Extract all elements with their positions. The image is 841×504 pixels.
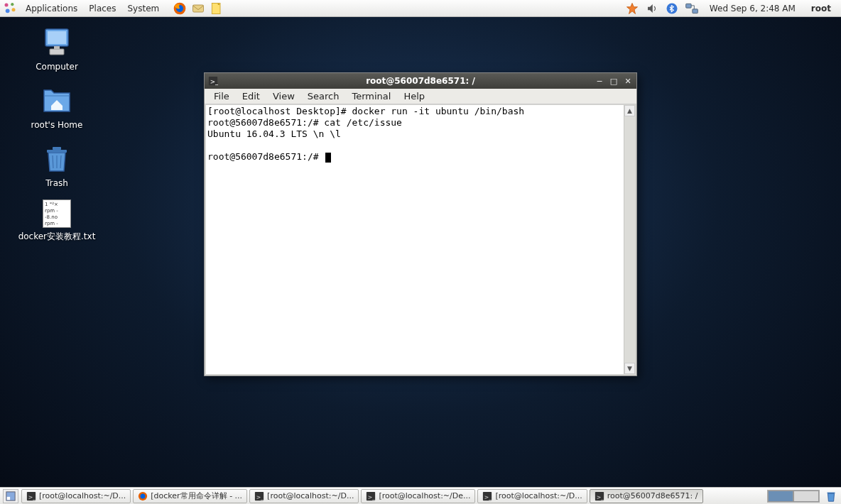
taskbar-item-label: root@56007d8e6571: / bbox=[607, 491, 698, 500]
svg-rect-14 bbox=[50, 49, 64, 55]
terminal-menubar: File Edit View Search Terminal Help bbox=[205, 89, 636, 104]
taskbar-item-label: [root@localhost:~/D... bbox=[495, 491, 582, 500]
taskbar-item[interactable]: >_[root@localhost:~/D... bbox=[21, 489, 131, 503]
svg-point-3 bbox=[6, 9, 10, 13]
svg-rect-13 bbox=[48, 31, 66, 44]
user-menu[interactable]: root bbox=[804, 4, 838, 13]
taskbar-item-label: [root@localhost:~/D... bbox=[39, 491, 126, 500]
window-title: root@56007d8e6571: / bbox=[205, 76, 636, 86]
terminal-window-icon: >_ bbox=[208, 76, 218, 86]
taskbar-item[interactable]: >_[root@localhost:~/D... bbox=[477, 489, 587, 503]
terminal-icon: >_ bbox=[254, 491, 264, 501]
svg-point-2 bbox=[12, 8, 16, 11]
svg-text:>_: >_ bbox=[596, 493, 604, 500]
svg-rect-11 bbox=[693, 9, 698, 13]
bluetooth-icon[interactable] bbox=[663, 0, 680, 17]
taskbar-item-label: [docker常用命令详解 - ... bbox=[151, 491, 242, 501]
view-menu[interactable]: View bbox=[266, 89, 301, 103]
svg-point-0 bbox=[5, 3, 9, 6]
scrollbar[interactable]: ▲ ▼ bbox=[624, 105, 635, 374]
titlebar[interactable]: >_ root@56007d8e6571: / ─ □ ✕ bbox=[205, 73, 636, 89]
applications-menu[interactable]: Applications bbox=[20, 1, 83, 16]
scroll-down-icon[interactable]: ▼ bbox=[624, 363, 635, 374]
places-menu[interactable]: Places bbox=[83, 1, 121, 16]
svg-text:>_: >_ bbox=[368, 493, 376, 500]
firefox-icon[interactable] bbox=[171, 0, 188, 17]
file-menu[interactable]: File bbox=[207, 89, 236, 103]
terminal-window: >_ root@56007d8e6571: / ─ □ ✕ File Edit … bbox=[204, 72, 637, 376]
computer-icon[interactable]: Computer bbox=[14, 25, 99, 72]
minimize-button[interactable]: ─ bbox=[594, 76, 605, 86]
svg-marker-8 bbox=[626, 3, 637, 13]
svg-point-28 bbox=[141, 493, 146, 498]
svg-rect-10 bbox=[686, 4, 692, 8]
svg-text:>_: >_ bbox=[210, 78, 218, 85]
workspace-1[interactable] bbox=[768, 491, 793, 502]
terminal-icon: >_ bbox=[482, 491, 492, 501]
show-desktop-button[interactable] bbox=[3, 489, 18, 503]
home-folder-icon[interactable]: root's Home bbox=[14, 83, 99, 130]
trash-icon[interactable]: Trash bbox=[14, 141, 99, 188]
notes-icon[interactable] bbox=[208, 0, 225, 17]
desktop-icons: Computer root's Home Trash 1 °²× rpm - -… bbox=[14, 25, 99, 254]
maximize-button[interactable]: □ bbox=[608, 76, 619, 86]
volume-icon[interactable] bbox=[644, 0, 661, 17]
svg-point-1 bbox=[11, 3, 13, 6]
cursor bbox=[325, 153, 331, 163]
text-file-icon[interactable]: 1 °²× rpm - -8.no rpm - docker安装教程.txt bbox=[14, 199, 99, 243]
clock[interactable]: Wed Sep 6, 2:48 AM bbox=[702, 4, 803, 13]
text-file-label: docker安装教程.txt bbox=[18, 231, 96, 243]
svg-rect-17 bbox=[53, 147, 61, 150]
edit-menu[interactable]: Edit bbox=[236, 89, 266, 103]
computer-label: Computer bbox=[36, 62, 78, 72]
taskbar-item[interactable]: >_[root@localhost:~/D... bbox=[249, 489, 359, 503]
search-menu[interactable]: Search bbox=[301, 89, 346, 103]
panel-trash-icon[interactable] bbox=[824, 489, 838, 503]
taskbar-item[interactable]: >_root@56007d8e6571: / bbox=[590, 489, 703, 503]
text-file-preview: 1 °²× rpm - -8.no rpm - bbox=[43, 199, 71, 228]
svg-rect-6 bbox=[193, 5, 204, 12]
svg-rect-24 bbox=[7, 496, 10, 499]
svg-rect-15 bbox=[54, 46, 60, 49]
evolution-icon[interactable] bbox=[190, 0, 207, 17]
terminal-icon: >_ bbox=[26, 491, 36, 501]
terminal-icon: >_ bbox=[595, 491, 604, 501]
bottom-panel: >_[root@localhost:~/D...[docker常用命令详解 - … bbox=[0, 487, 841, 504]
taskbar-item[interactable]: >_[root@localhost:~/De... bbox=[361, 489, 475, 503]
terminal-menu[interactable]: Terminal bbox=[345, 89, 397, 103]
svg-text:>_: >_ bbox=[256, 493, 264, 500]
gnome-foot-icon bbox=[3, 1, 17, 16]
home-label: root's Home bbox=[31, 120, 83, 130]
scroll-track[interactable] bbox=[624, 116, 635, 363]
network-icon[interactable] bbox=[683, 0, 700, 17]
system-menu[interactable]: System bbox=[121, 1, 165, 16]
taskbar-item-label: [root@localhost:~/De... bbox=[379, 491, 470, 500]
update-icon[interactable] bbox=[624, 0, 641, 17]
help-menu[interactable]: Help bbox=[397, 89, 431, 103]
scroll-up-icon[interactable]: ▲ bbox=[624, 105, 635, 116]
close-button[interactable]: ✕ bbox=[622, 76, 634, 86]
svg-rect-16 bbox=[47, 150, 67, 153]
trash-label: Trash bbox=[45, 178, 68, 188]
workspace-switcher bbox=[767, 490, 820, 503]
terminal-content[interactable]: [root@localhost Desktop]# docker run -it… bbox=[206, 105, 624, 374]
terminal-icon: >_ bbox=[366, 491, 376, 501]
workspace-2[interactable] bbox=[793, 491, 819, 502]
firefox-icon bbox=[138, 491, 148, 501]
top-panel: Applications Places System Wed Sep 6, 2:… bbox=[0, 0, 841, 17]
taskbar-item-label: [root@localhost:~/D... bbox=[267, 491, 354, 500]
taskbar-item[interactable]: [docker常用命令详解 - ... bbox=[133, 489, 247, 503]
svg-rect-37 bbox=[828, 492, 835, 493]
svg-text:>_: >_ bbox=[484, 493, 492, 500]
svg-text:>_: >_ bbox=[28, 493, 36, 500]
